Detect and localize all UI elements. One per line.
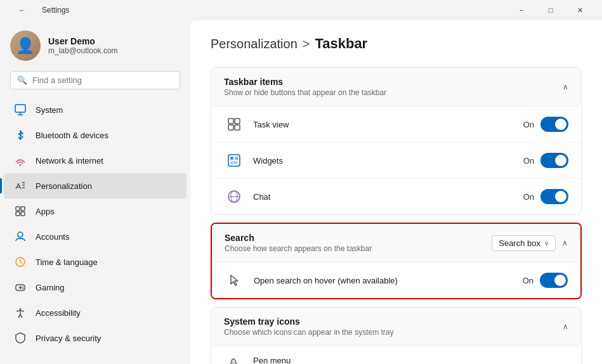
search-hover-control: On [523,273,568,288]
system-icon [14,103,27,116]
section-tray-subtitle: Choose which icons can appear in the sys… [224,328,393,337]
app-title: Settings [42,6,69,15]
svg-rect-8 [21,207,25,211]
svg-rect-26 [230,161,238,164]
time-icon [14,256,27,268]
section-tray-chevron[interactable]: ∧ [563,322,568,331]
setting-pen-menu: Pen menu Show pen menu icon when pen is … [211,346,581,364]
bluetooth-icon [14,129,27,141]
titlebar: ← Settings − □ ✕ [0,0,602,20]
widgets-value: On [523,156,534,166]
section-taskbar-items-title: Taskbar items [224,77,386,87]
sidebar-item-accounts[interactable]: Accounts [4,224,186,249]
sidebar-item-network[interactable]: Network & internet [4,148,186,173]
sidebar-item-gaming[interactable]: Gaming [4,275,186,300]
svg-rect-10 [21,212,25,216]
pen-icon [224,354,244,364]
svg-rect-22 [235,125,240,130]
search-input[interactable] [32,75,173,85]
task-view-label: Task view [253,120,289,129]
widgets-toggle[interactable] [540,153,568,168]
svg-point-18 [20,308,22,310]
avatar: 👤 [10,30,41,61]
section-taskbar-items-subtitle: Show or hide buttons that appear on the … [224,88,386,97]
section-taskbar-items-header[interactable]: Taskbar items Show or hide buttons that … [211,68,581,106]
user-profile[interactable]: 👤 User Demo m_lab@outlook.com [0,20,190,68]
section-taskbar-items-titles: Taskbar items Show or hide buttons that … [224,77,386,97]
setting-chat: Chat On [211,178,581,214]
breadcrumb: Personalization > Taskbar [211,36,582,52]
apps-icon [14,205,27,218]
task-view-toggle[interactable] [540,117,568,132]
content-area: Personalization > Taskbar Taskbar items … [190,20,602,364]
svg-point-16 [22,287,23,288]
cursor-icon [225,270,245,290]
sidebar-item-bluetooth[interactable]: Bluetooth & devices [4,122,186,148]
section-tray-header[interactable]: System tray icons Choose which icons can… [211,308,581,346]
sidebar-item-privacy[interactable]: Privacy & security [4,325,186,351]
nav-list: System Bluetooth & devices [0,97,190,351]
search-dropdown-label: Search box [499,238,540,248]
maximize-button[interactable]: □ [536,0,565,20]
chat-label: Chat [253,192,270,202]
sidebar-item-personalization[interactable]: Personalization [4,173,186,198]
avatar-image: 👤 [10,30,41,61]
app-body: 👤 User Demo m_lab@outlook.com 🔍 [0,20,602,364]
sidebar-item-label-network: Network & internet [36,156,103,166]
privacy-icon [14,332,27,344]
search-hover-toggle[interactable] [540,273,568,288]
sidebar-item-label-system: System [36,105,63,115]
breadcrumb-parent[interactable]: Personalization [211,37,298,51]
svg-point-11 [18,232,23,237]
svg-rect-23 [228,155,240,166]
search-hover-label: Open search on hover (when available) [254,276,398,285]
section-taskbar-items-chevron[interactable]: ∧ [563,82,568,91]
search-icon: 🔍 [17,75,27,85]
widgets-label: Widgets [253,156,283,166]
chat-icon [224,186,244,207]
setting-task-view: Task view On [211,106,581,142]
sidebar-item-apps[interactable]: Apps [4,198,186,224]
task-view-icon [224,114,244,134]
section-tray-title: System tray icons [224,316,393,327]
section-search-header[interactable]: Search Choose how search appears on the … [212,224,580,262]
pen-menu-info: Pen menu Show pen menu icon when pen is … [253,356,568,365]
section-search-chevron[interactable]: ∧ [562,238,568,247]
breadcrumb-separator: > [303,37,310,51]
gaming-icon [14,281,27,294]
svg-rect-25 [235,157,238,160]
search-dropdown[interactable]: Search box ∨ [492,235,556,251]
svg-rect-7 [16,207,20,211]
search-box[interactable]: 🔍 [10,71,180,89]
section-taskbar-items: Taskbar items Show or hide buttons that … [211,67,582,215]
network-icon [14,154,27,167]
window-controls: − □ ✕ [507,0,594,20]
search-section-controls: Search box ∨ ∧ [492,235,568,251]
pen-menu-label: Pen menu [253,356,568,365]
task-view-info: Task view [253,119,523,130]
widgets-control: On [523,153,568,168]
user-info: User Demo m_lab@outlook.com [48,36,118,55]
close-button[interactable]: ✕ [565,0,594,20]
sidebar-item-system[interactable]: System [4,97,186,122]
sidebar-item-label-bluetooth: Bluetooth & devices [36,131,108,140]
section-search-title: Search [225,233,372,243]
chat-toggle[interactable] [540,189,568,204]
svg-point-3 [20,164,22,166]
sidebar-item-label-privacy: Privacy & security [36,334,101,343]
svg-point-17 [22,288,23,289]
back-button[interactable]: ← [8,0,37,20]
sidebar-item-label-accessibility: Accessibility [36,308,81,318]
svg-rect-9 [16,212,20,216]
sidebar-item-accessibility[interactable]: Accessibility [4,300,186,325]
accessibility-icon [14,306,27,319]
setting-widgets: Widgets On [211,142,581,178]
user-name: User Demo [48,36,118,46]
sidebar-item-time[interactable]: Time & language [4,249,186,275]
minimize-button[interactable]: − [507,0,536,20]
breadcrumb-current: Taskbar [315,36,367,52]
search-hover-info: Open search on hover (when available) [254,275,523,286]
section-system-tray: System tray icons Choose which icons can… [211,307,582,364]
widgets-icon [224,150,244,171]
sidebar-item-label-time: Time & language [36,257,98,267]
